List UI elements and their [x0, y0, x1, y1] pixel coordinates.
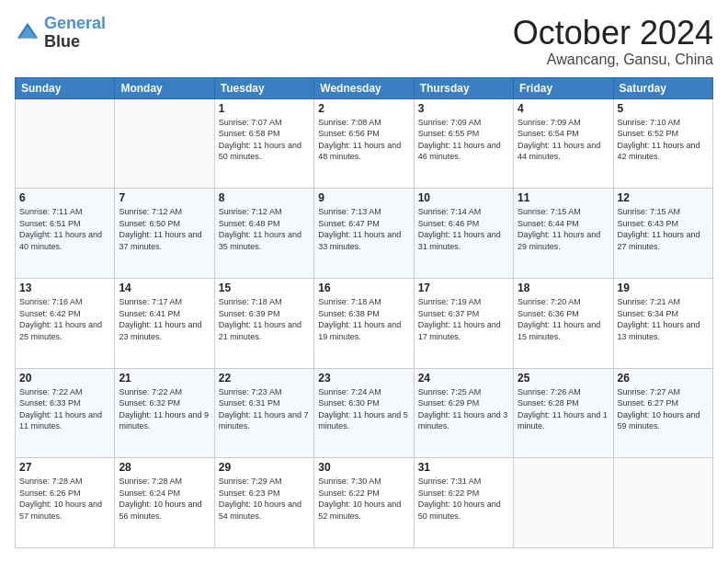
day-number: 31 [418, 461, 509, 474]
weekday-header-saturday: Saturday [613, 77, 712, 98]
calendar-cell: 12Sunrise: 7:15 AMSunset: 6:43 PMDayligh… [613, 189, 712, 279]
day-info: Sunrise: 7:15 AMSunset: 6:44 PMDaylight:… [518, 206, 609, 252]
weekday-header-monday: Monday [115, 77, 214, 98]
calendar-cell: 1Sunrise: 7:07 AMSunset: 6:58 PMDaylight… [214, 98, 313, 189]
calendar-body: 1Sunrise: 7:07 AMSunset: 6:58 PMDaylight… [16, 98, 713, 547]
day-info: Sunrise: 7:09 AMSunset: 6:55 PMDaylight:… [418, 117, 509, 163]
calendar-cell: 3Sunrise: 7:09 AMSunset: 6:55 PMDaylight… [414, 98, 513, 189]
calendar-cell: 18Sunrise: 7:20 AMSunset: 6:36 PMDayligh… [514, 278, 613, 368]
week-row-5: 27Sunrise: 7:28 AMSunset: 6:26 PMDayligh… [16, 458, 713, 548]
calendar-cell: 25Sunrise: 7:26 AMSunset: 6:28 PMDayligh… [514, 368, 613, 458]
calendar-cell: 5Sunrise: 7:10 AMSunset: 6:52 PMDaylight… [613, 98, 712, 189]
day-number: 12 [618, 191, 709, 204]
location-title: Awancang, Gansu, China [513, 52, 713, 68]
calendar-cell: 14Sunrise: 7:17 AMSunset: 6:41 PMDayligh… [115, 278, 214, 368]
day-number: 15 [219, 282, 310, 294]
week-row-4: 20Sunrise: 7:22 AMSunset: 6:33 PMDayligh… [16, 368, 713, 458]
calendar-cell: 9Sunrise: 7:13 AMSunset: 6:47 PMDaylight… [314, 189, 414, 279]
day-info: Sunrise: 7:19 AMSunset: 6:37 PMDaylight:… [418, 296, 509, 342]
day-number: 20 [19, 372, 110, 385]
day-info: Sunrise: 7:21 AMSunset: 6:34 PMDaylight:… [618, 296, 709, 342]
day-info: Sunrise: 7:23 AMSunset: 6:31 PMDaylight:… [219, 386, 310, 432]
calendar-cell: 8Sunrise: 7:12 AMSunset: 6:48 PMDaylight… [214, 189, 313, 279]
day-info: Sunrise: 7:22 AMSunset: 6:33 PMDaylight:… [19, 386, 110, 432]
calendar-cell [115, 98, 214, 189]
page: General Blue October 2024 Awancang, Gans… [0, 0, 728, 563]
day-info: Sunrise: 7:18 AMSunset: 6:38 PMDaylight:… [318, 296, 409, 342]
calendar-cell: 15Sunrise: 7:18 AMSunset: 6:39 PMDayligh… [214, 278, 313, 368]
calendar-cell: 19Sunrise: 7:21 AMSunset: 6:34 PMDayligh… [613, 278, 712, 368]
calendar-cell: 26Sunrise: 7:27 AMSunset: 6:27 PMDayligh… [613, 368, 712, 458]
calendar-cell: 17Sunrise: 7:19 AMSunset: 6:37 PMDayligh… [414, 278, 513, 368]
calendar-cell: 4Sunrise: 7:09 AMSunset: 6:54 PMDaylight… [514, 98, 613, 189]
day-number: 1 [219, 102, 310, 115]
day-info: Sunrise: 7:29 AMSunset: 6:23 PMDaylight:… [219, 476, 310, 522]
day-info: Sunrise: 7:13 AMSunset: 6:47 PMDaylight:… [318, 206, 409, 252]
day-number: 21 [119, 372, 210, 385]
calendar-cell: 2Sunrise: 7:08 AMSunset: 6:56 PMDaylight… [314, 98, 414, 189]
day-number: 5 [618, 102, 709, 115]
weekday-header-friday: Friday [514, 77, 613, 98]
month-title: October 2024 [513, 15, 713, 52]
day-number: 26 [618, 372, 709, 385]
day-info: Sunrise: 7:22 AMSunset: 6:32 PMDaylight:… [119, 386, 210, 432]
day-info: Sunrise: 7:17 AMSunset: 6:41 PMDaylight:… [119, 296, 210, 342]
calendar-cell: 6Sunrise: 7:11 AMSunset: 6:51 PMDaylight… [16, 189, 115, 279]
day-number: 4 [518, 102, 609, 115]
logo: General Blue [15, 15, 106, 52]
day-info: Sunrise: 7:12 AMSunset: 6:50 PMDaylight:… [119, 206, 210, 252]
day-number: 11 [518, 191, 609, 204]
calendar-cell: 30Sunrise: 7:30 AMSunset: 6:22 PMDayligh… [314, 458, 414, 548]
calendar-cell: 11Sunrise: 7:15 AMSunset: 6:44 PMDayligh… [514, 189, 613, 279]
day-number: 30 [318, 461, 409, 474]
calendar-cell [16, 98, 115, 189]
day-info: Sunrise: 7:11 AMSunset: 6:51 PMDaylight:… [19, 206, 110, 252]
day-number: 24 [418, 372, 509, 385]
day-number: 9 [318, 191, 409, 204]
day-info: Sunrise: 7:10 AMSunset: 6:52 PMDaylight:… [618, 117, 709, 163]
day-info: Sunrise: 7:28 AMSunset: 6:24 PMDaylight:… [119, 476, 210, 522]
calendar-cell: 10Sunrise: 7:14 AMSunset: 6:46 PMDayligh… [414, 189, 513, 279]
calendar-cell: 13Sunrise: 7:16 AMSunset: 6:42 PMDayligh… [16, 278, 115, 368]
day-number: 23 [318, 372, 409, 385]
logo-text: General Blue [44, 15, 106, 52]
day-info: Sunrise: 7:31 AMSunset: 6:22 PMDaylight:… [418, 476, 509, 522]
day-info: Sunrise: 7:30 AMSunset: 6:22 PMDaylight:… [318, 476, 409, 522]
calendar-cell: 7Sunrise: 7:12 AMSunset: 6:50 PMDaylight… [115, 189, 214, 279]
day-number: 22 [219, 372, 310, 385]
day-info: Sunrise: 7:15 AMSunset: 6:43 PMDaylight:… [618, 206, 709, 252]
calendar-cell: 31Sunrise: 7:31 AMSunset: 6:22 PMDayligh… [414, 458, 513, 548]
calendar-cell: 29Sunrise: 7:29 AMSunset: 6:23 PMDayligh… [214, 458, 313, 548]
day-number: 27 [19, 461, 110, 474]
weekday-header-thursday: Thursday [414, 77, 513, 98]
day-info: Sunrise: 7:09 AMSunset: 6:54 PMDaylight:… [518, 117, 609, 163]
week-row-2: 6Sunrise: 7:11 AMSunset: 6:51 PMDaylight… [16, 189, 713, 279]
weekday-header-wednesday: Wednesday [314, 77, 414, 98]
day-number: 6 [19, 191, 110, 204]
day-number: 2 [318, 102, 409, 115]
day-number: 16 [318, 282, 409, 294]
day-info: Sunrise: 7:28 AMSunset: 6:26 PMDaylight:… [19, 476, 110, 522]
day-number: 8 [219, 191, 310, 204]
day-info: Sunrise: 7:08 AMSunset: 6:56 PMDaylight:… [318, 117, 409, 163]
day-number: 10 [418, 191, 509, 204]
calendar-cell [613, 458, 712, 548]
week-row-1: 1Sunrise: 7:07 AMSunset: 6:58 PMDaylight… [16, 98, 713, 189]
day-info: Sunrise: 7:14 AMSunset: 6:46 PMDaylight:… [418, 206, 509, 252]
day-number: 19 [618, 282, 709, 294]
day-number: 29 [219, 461, 310, 474]
calendar-cell: 20Sunrise: 7:22 AMSunset: 6:33 PMDayligh… [16, 368, 115, 458]
day-number: 13 [19, 282, 110, 294]
week-row-3: 13Sunrise: 7:16 AMSunset: 6:42 PMDayligh… [16, 278, 713, 368]
header: General Blue October 2024 Awancang, Gans… [15, 15, 713, 68]
day-info: Sunrise: 7:20 AMSunset: 6:36 PMDaylight:… [518, 296, 609, 342]
day-number: 28 [119, 461, 210, 474]
weekday-header-tuesday: Tuesday [214, 77, 313, 98]
weekday-header-sunday: Sunday [16, 77, 115, 98]
day-number: 25 [518, 372, 609, 385]
day-info: Sunrise: 7:12 AMSunset: 6:48 PMDaylight:… [219, 206, 310, 252]
calendar-table: SundayMondayTuesdayWednesdayThursdayFrid… [15, 77, 713, 548]
weekday-header-row: SundayMondayTuesdayWednesdayThursdayFrid… [16, 77, 713, 98]
day-info: Sunrise: 7:25 AMSunset: 6:29 PMDaylight:… [418, 386, 509, 432]
day-info: Sunrise: 7:18 AMSunset: 6:39 PMDaylight:… [219, 296, 310, 342]
